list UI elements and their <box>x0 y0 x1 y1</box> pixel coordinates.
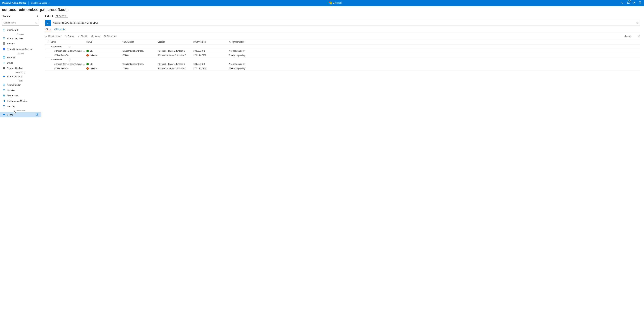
sidebar-item-label: Servers <box>7 42 14 45</box>
notifications-icon[interactable]: 12 <box>627 1 630 5</box>
sidebar-item-label: Drives <box>7 62 13 64</box>
svg-rect-5 <box>4 39 4 39</box>
module-dropdown[interactable]: Cluster Manager <box>31 2 50 4</box>
topbar-divider <box>28 2 28 4</box>
toolbar: Update driver Enable Disable Mount Dismo… <box>45 33 640 40</box>
status-dot-icon: ? <box>86 67 89 70</box>
group-count: (2) <box>69 46 71 48</box>
sidebar-item-label: Azure Kubernetes Service <box>7 48 32 50</box>
cell-manufacturer: NVIDIA <box>122 54 158 56</box>
column-location[interactable]: Location <box>158 41 193 43</box>
sidebar-group-compute: Compute <box>0 32 41 36</box>
collapse-sidebar-icon[interactable] <box>36 15 38 18</box>
sidebar-item-diagnostics[interactable]: Diagnostics <box>0 93 41 98</box>
mount-button[interactable]: Mount <box>92 35 100 38</box>
microsoft-brand-label: Microsoft <box>333 2 342 4</box>
svg-point-9 <box>3 56 5 57</box>
table-row[interactable]: Microsoft Basic Display Adapter (Low Res… <box>45 49 640 53</box>
update-driver-button[interactable]: Update driver <box>45 35 61 38</box>
svg-rect-19 <box>3 101 3 102</box>
sidebar-item-azure-monitor[interactable]: Azure Monitor <box>0 82 41 88</box>
volumes-icon <box>3 56 5 59</box>
cell-assignment-status: Not assignablei <box>229 50 640 52</box>
sidebar-item-updates[interactable]: Updates <box>0 88 41 93</box>
app-name[interactable]: Windows Admin Center <box>2 2 26 4</box>
info-icon[interactable]: i <box>65 15 67 17</box>
svg-rect-22 <box>3 114 5 115</box>
updates-icon <box>3 89 5 92</box>
cell-location: PCI bus 3, device 0, function 0 <box>158 63 193 65</box>
diagnostics-icon <box>3 94 5 97</box>
sidebar-item-aks[interactable]: Azure Kubernetes Service <box>0 46 41 52</box>
sidebar-item-storage-replica[interactable]: Storage Replica <box>0 66 41 71</box>
info-icon[interactable]: i <box>243 50 245 52</box>
module-label: Cluster Manager <box>31 2 47 4</box>
svg-rect-14 <box>3 76 5 77</box>
column-assignment-status[interactable]: Assignment status <box>229 41 640 43</box>
sidebar-title: Tools <box>2 14 10 18</box>
table-row[interactable]: Microsoft Basic Display Adapter (Low Res… <box>45 62 640 66</box>
table-header: Name Status Manufacturer Location Driver… <box>45 40 640 44</box>
info-icon[interactable]: i <box>243 63 245 65</box>
vswitch-icon <box>3 75 5 78</box>
close-banner-icon[interactable] <box>634 22 640 24</box>
sidebar-item-virtual-switches[interactable]: Virtual switches <box>0 74 41 79</box>
search-icon <box>35 22 38 24</box>
enable-button[interactable]: Enable <box>64 35 74 38</box>
cloud-shell-icon[interactable] <box>621 2 624 4</box>
sidebar-item-servers[interactable]: Servers <box>0 41 41 46</box>
cell-location: PCI bus 23, device 0, function 0 <box>158 54 193 56</box>
azure-monitor-icon <box>3 84 5 86</box>
tab-gpu-pools[interactable]: GPU pools <box>54 27 65 32</box>
sidebar-item-performance-monitor[interactable]: Performance Monitor <box>0 98 41 104</box>
sidebar-item-gpus[interactable]: GPUs <box>0 112 41 117</box>
sidebar-group-tools: Tools <box>0 79 41 82</box>
cell-manufacturer: NVIDIA <box>122 67 158 70</box>
sidebar-item-drives[interactable]: Drives <box>0 60 41 66</box>
column-status[interactable]: Status <box>86 41 122 43</box>
group-name: contoso2 <box>53 58 62 61</box>
sidebar-item-virtual-machines[interactable]: Virtual machines <box>0 36 41 41</box>
cell-status: ✓ OK <box>86 63 122 65</box>
sidebar-item-security[interactable]: Security <box>0 104 41 109</box>
info-banner: Navigate to GPU pools to assign VMs to G… <box>45 20 640 26</box>
column-driver-version[interactable]: Driver version <box>193 41 229 43</box>
host-name: contoso.redmond.corp.microsoft.com <box>0 6 644 12</box>
shield-icon <box>3 105 5 108</box>
sidebar-item-dashboard[interactable]: Dashboard <box>0 27 41 32</box>
dismount-button[interactable]: Dismount <box>104 35 116 38</box>
sidebar-item-label: Virtual machines <box>7 37 23 40</box>
select-all-checkbox[interactable] <box>47 41 49 43</box>
sidebar-item-volumes[interactable]: Volumes <box>0 55 41 60</box>
help-icon[interactable] <box>639 1 641 4</box>
tab-gpus[interactable]: GPUs <box>45 27 52 32</box>
sidebar-item-label: Updates <box>7 89 15 92</box>
home-icon <box>3 28 5 31</box>
table-row[interactable]: NVIDIA Tesla T4 ? Unknown NVIDIA PCI bus… <box>45 66 640 70</box>
refresh-button[interactable] <box>637 34 640 38</box>
cell-status: ? Unknown <box>86 54 122 56</box>
sidebar-item-label: Diagnostics <box>7 94 18 97</box>
svg-rect-13 <box>4 67 5 69</box>
column-manufacturer[interactable]: Manufacturer <box>122 41 158 43</box>
svg-rect-12 <box>3 67 4 69</box>
settings-icon[interactable] <box>632 1 636 5</box>
table-row[interactable]: NVIDIA Tesla T4 ? Unknown NVIDIA PCI bus… <box>45 53 640 58</box>
page-title: GPU <box>45 14 53 18</box>
search-tools-input-wrap[interactable] <box>2 20 39 26</box>
search-tools-input[interactable] <box>4 22 35 24</box>
storage-replica-icon <box>3 67 5 70</box>
group-count: (2) <box>69 58 71 61</box>
table-group-row[interactable]: contoso1 (2) <box>45 44 640 49</box>
sidebar-group-networking: Networking <box>0 71 41 74</box>
svg-point-3 <box>36 22 37 23</box>
table-group-row[interactable]: contoso2 (2) <box>45 58 640 62</box>
sidebar-item-label: GPUs <box>7 114 13 116</box>
items-count: 4 items <box>624 35 632 38</box>
sidebar-item-label: Security <box>7 105 15 108</box>
sidebar-item-label: Dashboard <box>7 29 18 31</box>
column-name[interactable]: Name <box>50 41 86 43</box>
disable-button[interactable]: Disable <box>78 35 88 38</box>
notification-count-badge: 12 <box>628 0 631 2</box>
main-content: GPU PREVIEW i Navigate to GPU pools to a… <box>41 12 644 309</box>
